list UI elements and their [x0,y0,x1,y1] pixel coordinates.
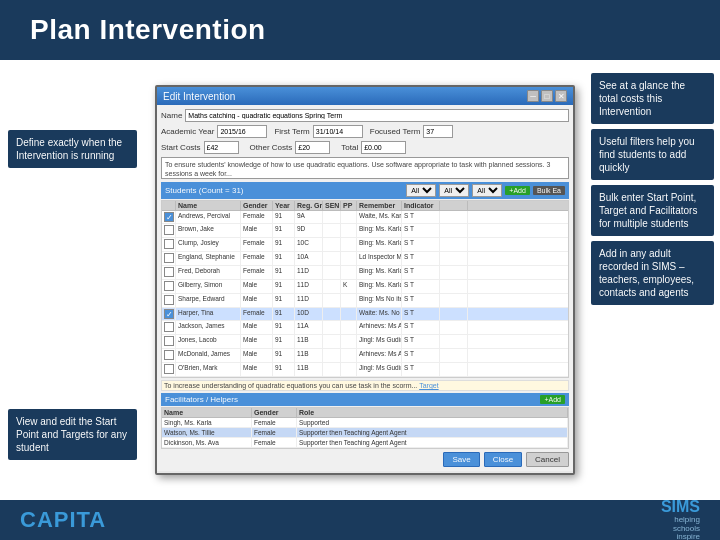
student-remember: Bing: Ms. Karla [357,266,402,279]
student-year: 91 [273,238,295,251]
student-year: 91 [273,211,295,223]
first-term-label: First Term [274,127,309,136]
student-table-row[interactable]: Clump, Josiey Female 91 10C Bing: Ms. Ka… [162,238,568,252]
student-remember: Jingl: Ms Gudin [357,335,402,348]
col-header-gender: Gender [241,201,273,210]
student-checkbox[interactable] [162,252,176,265]
other-costs-input[interactable] [295,141,330,154]
student-checkbox[interactable]: ✓ [162,308,176,320]
facilitators-table: Name Gender Role Singh, Ms. Karla Female… [161,407,569,449]
student-pp [341,294,357,307]
fac-col-role: Role [297,408,568,417]
fac-name: Singh, Ms. Karla [162,418,252,427]
student-table-row[interactable]: Sharpe, Edward Male 91 11D Bing: Ms No i… [162,294,568,308]
dialog-body: Name Academic Year First Term Focused Te… [157,105,573,471]
academic-year-input[interactable] [217,125,267,138]
name-input[interactable] [185,109,569,122]
student-table-row[interactable]: Gilberry, Simon Male 91 11D K Bing: Ms. … [162,280,568,294]
student-extra [440,349,468,362]
info-text-box: To ensure students' knowledge of how to … [161,157,569,179]
students-section: Students (Count = 31) All All All + [161,182,569,378]
student-indicator: S T [402,266,440,279]
student-indicator: S T [402,294,440,307]
student-name: Sharpe, Edward [176,294,241,307]
student-indicator: S T [402,252,440,265]
student-remember: Arhinevs: Ms Ann [357,349,402,362]
student-year: 91 [273,363,295,376]
bulk-edit-button[interactable]: Bulk Ea [533,186,565,195]
fac-gender: Female [252,428,297,437]
dialog-window[interactable]: Edit Intervention ─ □ ✕ Name Academic Ye… [155,85,575,475]
col-header-pp: PP [341,201,357,210]
student-reg: 11B [295,335,323,348]
student-table-row[interactable]: Jones, Lacob Male 91 11B Jingl: Ms Gudin… [162,335,568,349]
student-table-row[interactable]: ✓ Andrews, Percival Female 91 9A Waite, … [162,211,568,224]
cancel-button[interactable]: Cancel [526,452,569,467]
col-header-check [162,201,176,210]
student-indicator: S T [402,238,440,251]
filter-select-1[interactable]: All [406,184,436,197]
students-table-body: ✓ Andrews, Percival Female 91 9A Waite, … [162,211,568,377]
maximize-button[interactable]: □ [541,90,553,102]
close-dialog-button[interactable]: Close [484,452,522,467]
info-text: To ensure students' knowledge of how to … [165,161,550,177]
fac-col-name: Name [162,408,252,417]
fac-gender: Female [252,418,297,427]
student-remember: Waite: Ms. No Item [357,308,402,320]
student-checkbox[interactable] [162,363,176,376]
target-link[interactable]: Target [419,382,438,389]
fac-name: Dickinson, Ms. Ava [162,438,252,447]
student-table-row[interactable]: ✓ Harper, Tina Female 91 10D Waite: Ms. … [162,308,568,321]
student-table-row[interactable]: Brown, Jake Male 91 9D Bing: Ms. Karla S… [162,224,568,238]
facilitators-table-header: Name Gender Role [162,408,568,418]
student-checkbox[interactable] [162,238,176,251]
close-button[interactable]: ✕ [555,90,567,102]
total-input[interactable] [361,141,406,154]
student-checkbox[interactable] [162,321,176,334]
right-annotations: See at a glance the total costs this Int… [585,60,720,500]
student-reg: 11D [295,266,323,279]
dialog-window-controls[interactable]: ─ □ ✕ [527,90,567,102]
start-costs-input[interactable] [204,141,239,154]
student-gender: Female [241,308,273,320]
student-table-row[interactable]: England, Stephanie Female 91 10A Ld Insp… [162,252,568,266]
student-name: Andrews, Percival [176,211,241,223]
student-reg: 10D [295,308,323,320]
facilitator-table-row[interactable]: Singh, Ms. Karla Female Supported [162,418,568,428]
student-table-row[interactable]: Fred, Deborah Female 91 11D Bing: Ms. Ka… [162,266,568,280]
facilitator-table-row[interactable]: Watson, Ms. Tillie Female Supporter then… [162,428,568,438]
student-checkbox[interactable] [162,266,176,279]
student-table-row[interactable]: McDonald, James Male 91 11B Arhinevs: Ms… [162,349,568,363]
minimize-button[interactable]: ─ [527,90,539,102]
student-indicator: S T [402,363,440,376]
student-checkbox[interactable] [162,224,176,237]
student-checkbox[interactable] [162,349,176,362]
student-checkbox[interactable] [162,335,176,348]
facilitators-table-body: Singh, Ms. Karla Female Supported Watson… [162,418,568,448]
total-label: Total [341,143,358,152]
focused-term-input[interactable] [423,125,453,138]
add-student-button[interactable]: +Add [505,186,530,195]
student-table-row[interactable]: O'Brien, Mark Male 91 11B Jingl: Ms Gudi… [162,363,568,377]
save-button[interactable]: Save [443,452,479,467]
student-checkbox[interactable] [162,280,176,293]
student-table-row[interactable]: Jackson, James Male 91 11A Arhinevs: Ms … [162,321,568,335]
student-checkbox[interactable] [162,294,176,307]
filter-select-2[interactable]: All [439,184,469,197]
student-reg: 10A [295,252,323,265]
add-facilitator-button[interactable]: +Add [540,395,565,404]
capita-logo: CAPITA [20,507,106,533]
student-pp [341,266,357,279]
col-header-extra [440,201,468,210]
student-remember: Bing: Ms. Karla [357,238,402,251]
student-checkbox[interactable]: ✓ [162,211,176,223]
form-row-name: Name [161,109,569,122]
first-term-input[interactable] [313,125,363,138]
page-title: Plan Intervention [30,14,266,46]
filter-select-3[interactable]: All [472,184,502,197]
student-sen [323,335,341,348]
facilitator-table-row[interactable]: Dickinson, Ms. Ava Female Supporter then… [162,438,568,448]
student-reg: 9A [295,211,323,223]
annotation-add-adult: Add in any adult recorded in SIMS – teac… [591,241,714,305]
fac-col-gender: Gender [252,408,297,417]
